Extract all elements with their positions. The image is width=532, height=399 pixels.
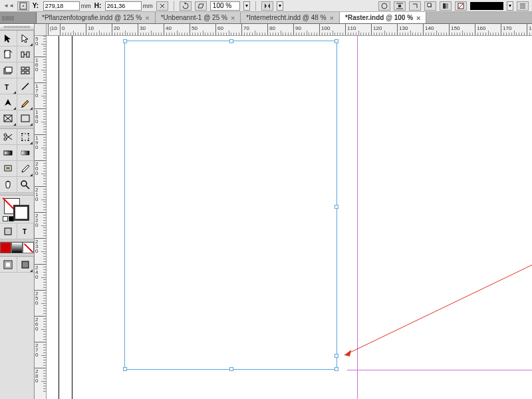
- ruler-horizontal[interactable]: |100102030405060708090100110120130140150…: [35, 24, 532, 36]
- selection-tool[interactable]: [0, 31, 17, 47]
- wrap-icon[interactable]: [394, 1, 406, 11]
- svg-rect-21: [21, 67, 25, 70]
- tool-panel: T T: [0, 24, 35, 399]
- tab-internetrecht[interactable]: *Internetrecht.indd @ 48 % ×: [241, 12, 340, 23]
- scissors-tool[interactable]: [0, 129, 17, 145]
- svg-rect-22: [26, 67, 29, 70]
- close-icon[interactable]: ×: [145, 14, 149, 22]
- formatting-container-icon[interactable]: [0, 223, 17, 239]
- h-coord: H: mm: [94, 1, 153, 11]
- gradient-feather-tool[interactable]: [17, 145, 35, 161]
- stroke-dropdown[interactable]: ▼: [507, 1, 513, 11]
- svg-rect-17: [27, 52, 29, 57]
- svg-line-26: [22, 83, 29, 90]
- tab-raster[interactable]: *Raster.indd @ 100 % ×: [340, 12, 426, 23]
- shear-icon[interactable]: [195, 1, 207, 11]
- opacity-icon[interactable]: [440, 1, 452, 11]
- apply-color-black[interactable]: [11, 242, 23, 253]
- ruler-origin[interactable]: [35, 24, 47, 36]
- rectangle-frame-tool[interactable]: [0, 110, 17, 126]
- svg-point-36: [21, 133, 23, 134]
- guide-vertical[interactable]: [357, 36, 358, 399]
- svg-rect-23: [21, 71, 25, 74]
- note-tool[interactable]: [0, 161, 17, 177]
- svg-rect-24: [26, 71, 29, 74]
- svg-rect-15: [5, 51, 10, 58]
- rectangle-tool[interactable]: [17, 110, 35, 126]
- selected-frame[interactable]: [124, 41, 337, 370]
- close-icon[interactable]: ×: [416, 14, 420, 22]
- y-input[interactable]: [43, 1, 80, 11]
- svg-rect-35: [22, 134, 29, 140]
- menu-icon[interactable]: [517, 1, 529, 11]
- tab-unbenannt[interactable]: *Unbenannt-1 @ 25 % ×: [156, 12, 241, 23]
- free-transform-tool[interactable]: [17, 129, 35, 145]
- panel-collapse[interactable]: ||||||||||: [0, 12, 37, 23]
- svg-rect-3: [398, 5, 401, 7]
- reference-point-icon[interactable]: [17, 1, 29, 11]
- svg-point-32: [4, 134, 7, 136]
- direct-selection-tool[interactable]: [17, 31, 35, 47]
- zoom-display[interactable]: 100 %: [210, 1, 240, 11]
- pen-tool[interactable]: [0, 94, 17, 110]
- gap-tool[interactable]: [17, 47, 35, 63]
- apply-color-red[interactable]: [0, 242, 11, 253]
- view-mode-normal[interactable]: [0, 257, 17, 273]
- flip-dropdown[interactable]: ▼: [277, 1, 283, 11]
- y-label: Y:: [33, 2, 42, 9]
- zoom-dropdown[interactable]: ▼: [243, 1, 250, 11]
- svg-rect-40: [4, 151, 12, 155]
- page-left-edge: [59, 36, 59, 399]
- h-input[interactable]: [105, 1, 142, 11]
- type-tool[interactable]: T: [0, 78, 17, 94]
- corner-icon[interactable]: [409, 1, 421, 11]
- ruler-vertical[interactable]: 1501601701801902002102202302402502602702…: [35, 36, 47, 399]
- stroke-none-icon[interactable]: [455, 1, 467, 11]
- line-tool[interactable]: [17, 78, 35, 94]
- content-collector-tool[interactable]: [0, 63, 17, 78]
- gradient-swatch-tool[interactable]: [0, 145, 17, 161]
- svg-point-31: [4, 138, 7, 140]
- svg-rect-20: [5, 67, 12, 72]
- tab-pflanzenfotografie[interactable]: *Pflanzenfotografie.indd @ 125 % ×: [37, 12, 156, 23]
- page-spine: [72, 36, 72, 399]
- tool-panel-grip[interactable]: [0, 24, 34, 31]
- svg-point-38: [21, 140, 23, 141]
- h-label: H:: [94, 2, 104, 9]
- content-placer-tool[interactable]: [17, 63, 35, 78]
- svg-rect-9: [446, 3, 448, 9]
- svg-rect-16: [21, 52, 24, 57]
- stroke-preview[interactable]: [470, 2, 503, 10]
- apply-none[interactable]: [23, 242, 34, 253]
- view-mode-preview[interactable]: [17, 257, 35, 273]
- svg-marker-53: [344, 350, 351, 356]
- guide-horizontal[interactable]: [347, 370, 532, 370]
- svg-rect-8: [443, 3, 446, 9]
- svg-point-1: [23, 5, 24, 7]
- close-icon[interactable]: ×: [231, 14, 235, 22]
- svg-rect-30: [21, 115, 29, 122]
- flip-h-icon[interactable]: [261, 1, 273, 11]
- svg-point-37: [28, 133, 29, 134]
- constrain-icon[interactable]: [156, 1, 168, 11]
- formatting-text-icon[interactable]: T: [17, 223, 35, 239]
- canvas[interactable]: [47, 36, 532, 399]
- effects-icon[interactable]: [378, 1, 390, 11]
- document-tabs: |||||||||| *Pflanzenfotografie.indd @ 12…: [0, 12, 532, 24]
- rotate-icon[interactable]: [180, 1, 192, 11]
- fill-stroke-swatch[interactable]: [0, 196, 34, 223]
- zoom-tool[interactable]: [17, 177, 35, 193]
- pencil-tool[interactable]: [17, 94, 35, 110]
- eyedropper-tool[interactable]: [17, 161, 35, 177]
- svg-point-2: [382, 3, 387, 9]
- svg-line-46: [26, 186, 29, 189]
- y-coord: Y: mm: [33, 1, 91, 11]
- page-tool[interactable]: [0, 47, 17, 63]
- drop-shadow-icon[interactable]: [424, 1, 436, 11]
- svg-text:T: T: [23, 228, 27, 235]
- svg-rect-51: [22, 261, 29, 268]
- svg-rect-47: [5, 228, 11, 235]
- svg-line-52: [344, 255, 532, 355]
- hand-tool[interactable]: [0, 177, 17, 193]
- close-icon[interactable]: ×: [330, 14, 334, 22]
